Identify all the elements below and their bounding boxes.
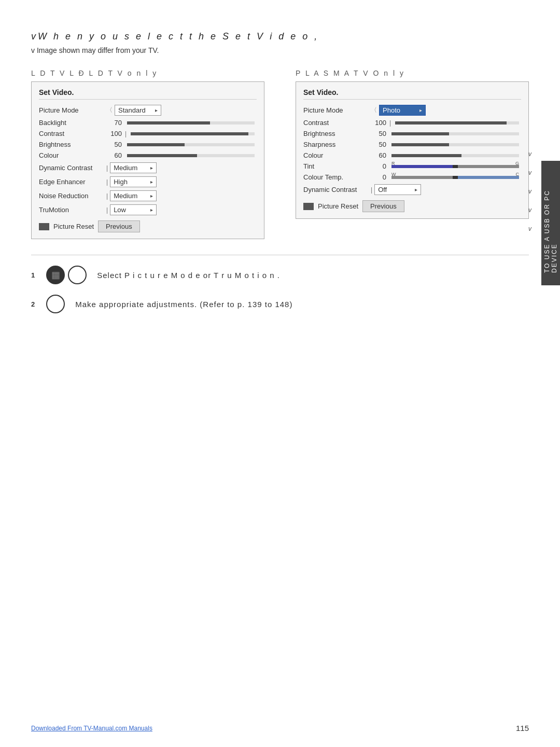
menu-row: Brightness 50 [303,130,521,137]
dynamic-contrast-dropdown[interactable]: Medium ▸ [110,162,157,173]
step-1-num: 1 [31,271,35,279]
row-value: 100 [106,130,122,137]
slider-fill [395,121,507,125]
dynamic-contrast-dropdown-right[interactable]: Off ▸ [374,184,421,195]
row-value: 70 [106,119,122,127]
intro-text: W h e n y o u s e l e c t t h e S e t V … [38,31,319,42]
slider-fill [391,143,449,146]
row-value: 50 [106,141,122,148]
dropdown-arrow: ▸ [155,107,158,113]
step-1-icon-filled [46,266,65,284]
v-mark: v [528,188,531,195]
right-menu-box: Set Video. Picture Mode 〈 Photo ▸ Contra… [296,81,529,219]
v-marks: v v v v v [528,150,531,232]
slider-track[interactable] [127,154,255,157]
slider-fill [391,132,449,135]
v-mark: v [528,206,531,214]
menu-row: Colour 60 [39,151,257,159]
v-mark: v [528,150,531,158]
row-label: Brightness [39,141,106,148]
dropdown-arrow: ▸ [415,187,417,192]
row-value: 0 [371,173,386,181]
color-box [303,203,314,210]
footer-link[interactable]: Downloaded From TV-Manual.com Manuals [31,723,152,732]
menu-row: Picture Mode 〈 Standard ▸ [39,105,257,116]
picture-mode-dropdown-right[interactable]: Photo ▸ [379,105,426,116]
picture-mode-dropdown-left[interactable]: Standard ▸ [115,105,161,116]
dropdown-arrow: ▸ [150,207,153,213]
dropdown-arrow: ▸ [150,193,153,199]
picture-reset-row: Picture Reset Previous [39,220,257,232]
row-label: Contrast [303,119,371,127]
row-label: Picture Mode [303,106,371,114]
row-label: Backlight [39,119,106,127]
divider [31,255,529,255]
reset-label: Picture Reset [53,223,94,230]
slider-track[interactable] [131,132,255,135]
page-content: vW h e n y o u s e l e c t t h e S e t V… [0,0,560,334]
dropdown-arrow: ▸ [150,179,153,185]
footer-link-text: Downloaded From TV-Manual.com Manuals [31,725,152,732]
slider-track[interactable] [395,121,519,125]
step-2-icons [46,295,65,313]
step-2-row: 2 Make appropriate adjustments. (Refer t… [31,295,529,313]
menu-row: Sharpness 50 [303,141,521,148]
slider-fill [131,132,248,135]
colourtemp-slider[interactable]: W C [391,176,519,179]
slider-track[interactable] [391,143,519,146]
tint-slider[interactable]: R G [391,165,519,168]
intro-line: vW h e n y o u s e l e c t t h e S e t V… [31,31,529,42]
step-2-num: 2 [31,300,35,308]
sub-text: v Image shown may differ from your TV. [31,46,529,54]
slider-fill [127,121,210,125]
dropdown-arrow: ▸ [150,165,153,171]
step-2-text: Make appropriate adjustments. (Refer to … [75,300,292,309]
row-label: Colour [303,151,371,159]
row-label: Noise Reduction [39,192,106,200]
left-panel-label: L D T V L Đ L D T V o n l y [31,69,264,77]
slider-track[interactable] [127,121,255,125]
previous-button-right[interactable]: Previous [362,200,404,212]
panels-row: L D T V L Đ L D T V o n l y Set Video. P… [31,69,529,239]
menu-row: Contrast 100 | [39,130,257,137]
previous-button-left[interactable]: Previous [98,220,140,232]
sidebar-label: TO USE A USB OR PC DEVICE [541,161,560,285]
dropdown-arrow: ▸ [419,107,422,113]
row-label: Colour [39,151,106,159]
steps-section: 1 Select P i c t u r e M o d e or T r u … [31,266,529,313]
menu-row: Backlight 70 [39,119,257,127]
slider-track[interactable] [391,132,519,135]
v-mark: v [528,225,531,232]
right-panel: P L A S M A T V O n l y Set Video. Pictu… [296,69,529,239]
menu-row: Colour Temp. 0 W C [303,173,521,181]
slider-track[interactable] [127,143,255,146]
right-panel-label: P L A S M A T V O n l y [296,69,529,77]
step-2-icon-circle [46,295,65,313]
menu-row: Dynamic Contrast | Medium ▸ [39,162,257,173]
row-value: 100 [371,119,386,127]
slider-fill [127,154,197,157]
picture-reset-row: Picture Reset Previous [303,200,521,212]
edge-enhancer-dropdown[interactable]: High ▸ [110,176,157,187]
right-menu-title: Set Video. [303,88,521,100]
row-value: 50 [371,141,386,148]
reset-label-right: Picture Reset [318,202,358,210]
slider-fill [391,154,461,157]
menu-row: Edge Enhancer | High ▸ [39,176,257,187]
left-panel: L D T V L Đ L D T V o n l y Set Video. P… [31,69,264,239]
row-label: Dynamic Contrast [303,186,371,193]
left-menu-title: Set Video. [39,88,257,100]
row-label: Colour Temp. [303,173,371,181]
menu-row: Colour 60 [303,151,521,159]
row-label: Brightness [303,130,371,137]
trumotion-dropdown[interactable]: Low ▸ [110,204,157,215]
row-label: Picture Mode [39,106,106,114]
row-label: Dynamic Contrast [39,164,106,172]
slider-track[interactable] [391,154,519,157]
menu-row: Contrast 100 | [303,119,521,127]
menu-row: Brightness 50 [39,141,257,148]
step-1-row: 1 Select P i c t u r e M o d e or T r u … [31,266,529,284]
noise-reduction-dropdown[interactable]: Medium ▸ [110,190,157,201]
row-label: Tint [303,162,371,170]
color-box [39,223,49,230]
